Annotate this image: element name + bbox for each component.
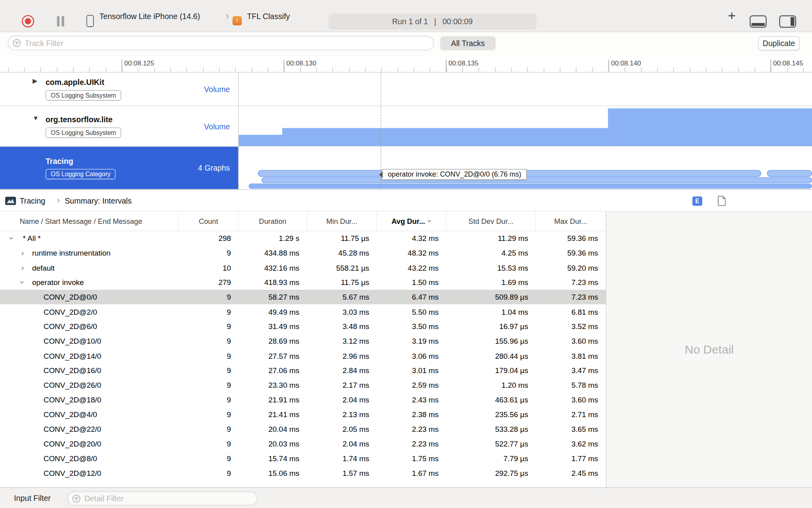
filter-row: All Tracks Duplicate xyxy=(0,32,812,56)
pane-splitter[interactable] xyxy=(606,212,606,487)
table-row[interactable]: ›operator invoke279418.93 ms11.75 µs1.50… xyxy=(0,275,606,290)
cell-min: 1.57 ms xyxy=(307,469,377,477)
table-row[interactable]: CONV_2D@6/0931.49 ms3.48 ms3.50 ms16.97 … xyxy=(0,319,606,334)
table-row[interactable]: ›runtime instrumentation9434.88 ms45.28 … xyxy=(0,246,606,260)
ruler-tick xyxy=(592,67,593,72)
extended-detail-button[interactable]: E xyxy=(692,196,702,206)
column-header-name[interactable]: Name / Start Message / End Message xyxy=(0,212,179,231)
expand-chevron-icon[interactable]: › xyxy=(21,264,24,272)
column-header-min[interactable]: Min Dur... xyxy=(307,212,377,231)
volume-lane-content[interactable] xyxy=(238,106,812,146)
breadcrumb-instrument[interactable]: Tracing xyxy=(20,196,46,205)
track-meta[interactable]: 4 Graphs xyxy=(198,164,230,172)
cell-max: 2.71 ms xyxy=(536,410,606,419)
track-header[interactable]: ▶ com.apple.UIKit OS Logging Subsystem V… xyxy=(0,73,238,106)
table-row[interactable]: CONV_2D@14/0927.57 ms2.96 ms3.06 ms280.4… xyxy=(0,348,606,363)
row-name-label: CONV_2D@6/0 xyxy=(44,322,97,331)
tracing-instrument-icon xyxy=(5,196,16,205)
track-meta[interactable]: Volume xyxy=(204,85,230,94)
ruler-time-label: 00:08.145 xyxy=(773,59,803,67)
track-header-selected[interactable]: Tracing OS Logging Category 4 Graphs xyxy=(0,147,238,189)
table-row[interactable]: CONV_2D@22/0920.04 ms2.05 ms2.23 ms533.2… xyxy=(0,422,606,437)
row-name-label: CONV_2D@4/0 xyxy=(44,410,97,419)
collapse-chevron-icon[interactable]: › xyxy=(19,281,27,284)
timeline-ruler[interactable]: 00:08.12500:08.13000:08.13500:08.14000:0… xyxy=(0,56,812,73)
all-tracks-button[interactable]: All Tracks xyxy=(440,36,496,50)
table-row[interactable]: CONV_2D@16/0927.06 ms2.84 ms3.01 ms179.0… xyxy=(0,363,606,378)
row-name-label: CONV_2D@20/0 xyxy=(44,440,102,448)
ruler-tick xyxy=(738,67,739,72)
cell-min: 558.21 µs xyxy=(307,264,377,272)
duplicate-button[interactable]: Duplicate xyxy=(758,36,799,50)
track-row-tensorflow[interactable]: ▼ org.tensorflow.lite OS Logging Subsyst… xyxy=(0,106,812,147)
ruler-tick xyxy=(251,67,252,72)
table-row[interactable]: CONV_2D@0/0958.27 ms5.67 ms6.47 ms509.89… xyxy=(0,290,606,304)
cell-avg: 2.38 ms xyxy=(377,410,446,419)
track-row-uikit[interactable]: ▶ com.apple.UIKit OS Logging Subsystem V… xyxy=(0,73,812,106)
table-row[interactable]: CONV_2D@12/0915.06 ms1.57 ms1.67 ms292.7… xyxy=(0,466,606,481)
document-button[interactable] xyxy=(717,195,726,208)
column-header-count[interactable]: Count xyxy=(179,212,239,231)
cell-min: 3.12 ms xyxy=(307,337,377,345)
pause-button[interactable] xyxy=(57,16,65,26)
ruler-tick xyxy=(706,67,706,72)
cell-duration: 1.29 s xyxy=(239,235,307,243)
table-row[interactable]: CONV_2D@10/0928.69 ms3.12 ms3.19 ms155.9… xyxy=(0,334,606,348)
interval-bar[interactable] xyxy=(249,183,812,189)
cell-duration: 434.88 ms xyxy=(239,249,307,258)
volume-bar xyxy=(608,108,812,146)
track-filter-input[interactable] xyxy=(8,36,434,50)
input-filter-label[interactable]: Input Filter xyxy=(14,493,51,502)
table-row[interactable]: CONV_2D@2/0949.49 ms3.03 ms5.50 ms1.04 m… xyxy=(0,304,606,319)
ruler-tick xyxy=(544,67,544,72)
interval-bar[interactable] xyxy=(262,177,812,183)
expand-chevron-icon[interactable]: › xyxy=(21,249,24,257)
breadcrumb-view[interactable]: Summary: Intervals xyxy=(65,196,132,205)
add-instrument-button[interactable]: + xyxy=(724,8,739,23)
cell-count: 298 xyxy=(179,235,239,243)
disclosure-triangle-icon[interactable]: ▶ xyxy=(33,77,37,85)
cell-min: 45.28 ms xyxy=(307,249,377,258)
ruler-tick xyxy=(316,67,317,72)
record-button[interactable] xyxy=(22,15,34,27)
ruler-tick xyxy=(154,67,155,72)
cell-name: CONV_2D@4/0 xyxy=(0,407,179,422)
column-header-avg[interactable]: Avg Dur...› xyxy=(377,212,446,231)
track-meta[interactable]: Volume xyxy=(204,122,230,131)
ruler-time-label: 00:08.130 xyxy=(286,59,316,67)
table-row[interactable]: ›default10432.16 ms558.21 µs43.22 ms15.5… xyxy=(0,260,606,275)
column-header-std[interactable]: Std Dev Dur... xyxy=(446,212,536,231)
interval-tooltip-text: operator invoke: CONV_2D@0/0 (6.76 ms) xyxy=(388,171,521,179)
uikit-lane[interactable] xyxy=(238,73,812,106)
column-header-duration[interactable]: Duration xyxy=(239,212,307,231)
table-row[interactable]: CONV_2D@26/0923.30 ms2.17 ms2.59 ms1.20 … xyxy=(0,378,606,393)
pause-icon xyxy=(57,16,60,26)
track-header-divider[interactable] xyxy=(238,73,239,189)
cell-min: 2.04 ms xyxy=(307,440,377,448)
cell-name: ›runtime instrumentation xyxy=(0,246,179,260)
cell-avg: 1.75 ms xyxy=(377,454,446,463)
table-row[interactable]: ›* All *2981.29 s11.75 µs4.32 ms11.29 ms… xyxy=(0,231,606,246)
interval-bar[interactable] xyxy=(767,170,812,177)
toggle-right-pane-button[interactable] xyxy=(779,15,796,28)
collapse-chevron-icon[interactable]: › xyxy=(8,237,16,240)
table-row[interactable]: CONV_2D@4/0921.41 ms2.13 ms2.38 ms235.56… xyxy=(0,407,606,422)
table-row[interactable]: CONV_2D@20/0920.03 ms2.04 ms2.23 ms522.7… xyxy=(0,437,606,451)
table-row[interactable]: CONV_2D@8/0915.74 ms1.74 ms1.75 ms7.79 µ… xyxy=(0,451,606,466)
disclosure-triangle-icon[interactable]: ▼ xyxy=(33,114,39,121)
table-row[interactable]: CONV_2D@18/0921.91 ms2.04 ms2.43 ms463.6… xyxy=(0,393,606,407)
cell-name: CONV_2D@22/0 xyxy=(0,422,179,437)
column-header-label: Std Dev Dur... xyxy=(468,217,513,225)
cell-std: 1.69 ms xyxy=(446,278,536,287)
column-header-max[interactable]: Max Dur... xyxy=(536,212,606,231)
detail-filter-input[interactable] xyxy=(67,491,257,505)
tracing-lane[interactable] xyxy=(238,147,812,189)
toggle-bottom-pane-button[interactable] xyxy=(749,15,767,28)
cell-name: CONV_2D@26/0 xyxy=(0,378,179,393)
track-header[interactable]: ▼ org.tensorflow.lite OS Logging Subsyst… xyxy=(0,106,238,146)
track-row-tracing[interactable]: Tracing OS Logging Category 4 Graphs xyxy=(0,147,812,189)
process-name[interactable]: TFL Classify xyxy=(247,12,290,20)
device-name[interactable]: Tensorflow Lite iPhone (14.6) xyxy=(100,12,200,20)
ruler-tick xyxy=(170,67,171,72)
cell-max: 3.62 ms xyxy=(536,440,606,448)
